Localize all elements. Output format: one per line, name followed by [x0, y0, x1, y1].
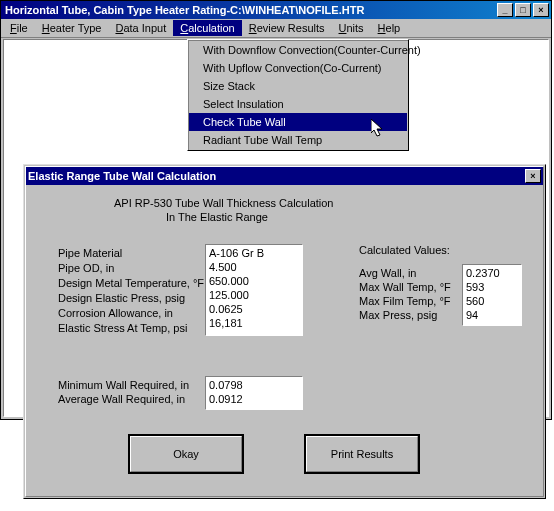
menuitem-size-stack[interactable]: Size Stack — [189, 77, 407, 95]
input-values-box[interactable]: A-106 Gr B 4.500 650.000 125.000 0.0625 … — [205, 244, 303, 336]
print-results-button[interactable]: Print Results — [304, 434, 420, 474]
value-avg-wall-required: 0.0912 — [209, 392, 299, 406]
value-min-wall-required: 0.0798 — [209, 378, 299, 392]
okay-button-label: Okay — [173, 448, 199, 460]
calculated-heading: Calculated Values: — [359, 244, 450, 256]
label-min-wall-required: Minimum Wall Required, in — [58, 379, 189, 391]
label-elastic-stress: Elastic Stress At Temp, psi — [58, 322, 187, 334]
menu-calculation[interactable]: Calculation — [173, 20, 241, 36]
menu-help[interactable]: Help — [371, 20, 408, 36]
value-pipe-material: A-106 Gr B — [209, 246, 299, 260]
label-design-elastic-press: Design Elastic Press, psig — [58, 292, 185, 304]
label-avg-wall-required: Average Wall Required, in — [58, 393, 185, 405]
menu-units[interactable]: Units — [332, 20, 371, 36]
dialog-close-button[interactable]: × — [525, 169, 541, 183]
value-corrosion-allowance: 0.0625 — [209, 302, 299, 316]
label-corrosion-allowance: Corrosion Allowance, in — [58, 307, 173, 319]
close-button[interactable]: × — [533, 3, 549, 17]
value-pipe-od: 4.500 — [209, 260, 299, 274]
label-design-metal-temp: Design Metal Temperature, °F — [58, 277, 204, 289]
menuitem-radiant-tube-wall[interactable]: Radiant Tube Wall Temp — [189, 131, 407, 149]
menuitem-downflow[interactable]: With Downflow Convection(Counter-Current… — [189, 41, 407, 59]
value-max-wall-temp: 593 — [466, 280, 518, 294]
menu-heater-type[interactable]: Heater Type — [35, 20, 109, 36]
calc-values-box: 0.2370 593 560 94 — [462, 264, 522, 326]
menu-data-input[interactable]: Data Input — [108, 20, 173, 36]
value-max-film-temp: 560 — [466, 294, 518, 308]
label-pipe-material: Pipe Material — [58, 247, 122, 259]
label-max-press: Max Press, psig — [359, 309, 437, 321]
label-avg-wall: Avg Wall, in — [359, 267, 416, 279]
label-pipe-od: Pipe OD, in — [58, 262, 114, 274]
maximize-button[interactable]: □ — [515, 3, 531, 17]
main-title: Horizontal Tube, Cabin Type Heater Ratin… — [3, 4, 495, 16]
menuitem-select-insulation[interactable]: Select Insulation — [189, 95, 407, 113]
label-max-wall-temp: Max Wall Temp, °F — [359, 281, 451, 293]
value-avg-wall: 0.2370 — [466, 266, 518, 280]
label-max-film-temp: Max Film Temp, °F — [359, 295, 451, 307]
value-design-elastic-press: 125.000 — [209, 288, 299, 302]
minimize-button[interactable]: _ — [497, 3, 513, 17]
dialog-heading-1: API RP-530 Tube Wall Thickness Calculati… — [114, 197, 334, 209]
required-values-box: 0.0798 0.0912 — [205, 376, 303, 410]
print-button-label: Print Results — [331, 448, 393, 460]
menu-file[interactable]: File — [3, 20, 35, 36]
elastic-dialog: Elastic Range Tube Wall Calculation × AP… — [23, 164, 546, 499]
calculation-dropdown: With Downflow Convection(Counter-Current… — [187, 39, 409, 151]
value-max-press: 94 — [466, 308, 518, 322]
menu-review-results[interactable]: Review Results — [242, 20, 332, 36]
main-titlebar: Horizontal Tube, Cabin Type Heater Ratin… — [1, 1, 551, 19]
dialog-title: Elastic Range Tube Wall Calculation — [28, 170, 523, 182]
dialog-body: API RP-530 Tube Wall Thickness Calculati… — [26, 185, 543, 496]
dialog-titlebar: Elastic Range Tube Wall Calculation × — [26, 167, 543, 185]
value-elastic-stress: 16,181 — [209, 316, 299, 330]
value-design-metal-temp: 650.000 — [209, 274, 299, 288]
okay-button[interactable]: Okay — [128, 434, 244, 474]
menuitem-check-tube-wall[interactable]: Check Tube Wall — [189, 113, 407, 131]
dialog-heading-2: In The Elastic Range — [166, 211, 268, 223]
menuitem-upflow[interactable]: With Upflow Convection(Co-Current) — [189, 59, 407, 77]
menubar: File Heater Type Data Input Calculation … — [1, 19, 551, 38]
